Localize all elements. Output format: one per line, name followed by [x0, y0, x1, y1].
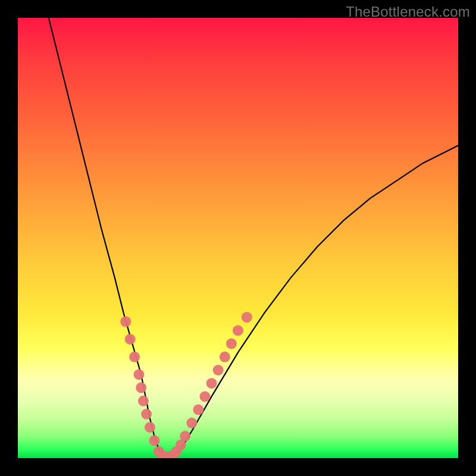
marker-point	[180, 431, 190, 441]
marker-point	[242, 312, 252, 322]
marker-point	[200, 391, 211, 402]
marker-point	[193, 405, 203, 415]
marker-point	[233, 325, 243, 336]
marker-point	[129, 352, 140, 362]
marker-point	[206, 378, 217, 389]
marker-point	[186, 418, 197, 428]
marker-point	[120, 317, 131, 327]
highlighted-points-group	[120, 312, 252, 458]
chart-frame: TheBottleneck.com	[0, 0, 476, 476]
marker-point	[213, 365, 224, 375]
marker-point	[226, 339, 237, 349]
marker-point	[141, 409, 152, 419]
markers-layer	[18, 18, 458, 458]
marker-point	[136, 383, 146, 393]
watermark-text: TheBottleneck.com	[346, 4, 470, 20]
marker-point	[125, 334, 136, 345]
marker-point	[134, 369, 145, 380]
plot-area	[18, 18, 458, 458]
marker-point	[220, 352, 230, 362]
marker-point	[145, 422, 155, 433]
marker-point	[149, 435, 159, 446]
marker-point	[138, 396, 149, 406]
